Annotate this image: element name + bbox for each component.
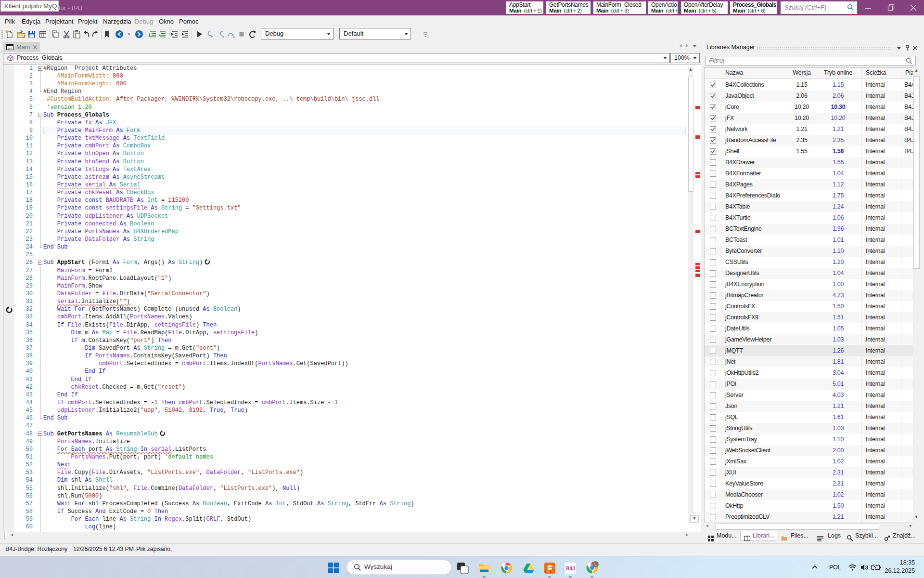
svg-text:B4J: B4J bbox=[566, 566, 575, 571]
svg-text:L: L bbox=[594, 562, 597, 566]
svg-text:FUS: FUS bbox=[546, 571, 550, 573]
